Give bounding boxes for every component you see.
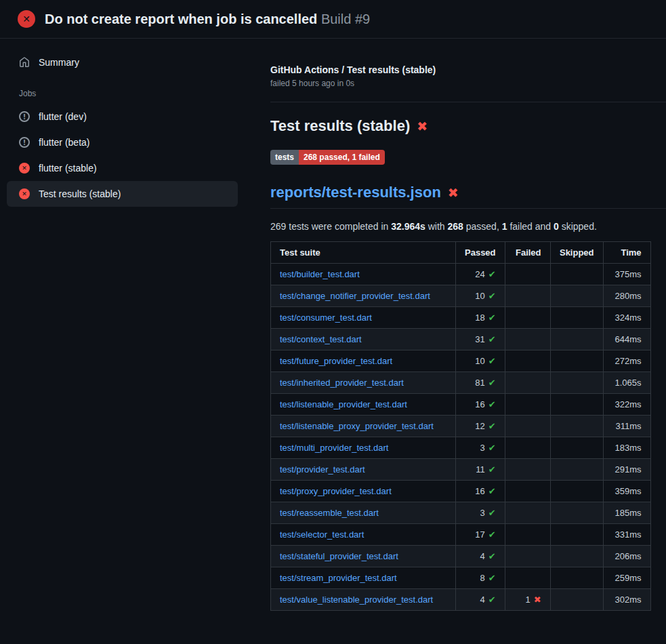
failed-cell: [505, 459, 550, 481]
suite-link[interactable]: test/stateful_provider_test.dart: [280, 551, 398, 561]
summary-failed-count: 1: [502, 221, 507, 232]
failed-cell: 1✖: [505, 589, 550, 611]
time-cell: 1.065s: [603, 372, 650, 394]
suite-link[interactable]: test/context_test.dart: [280, 334, 362, 344]
skipped-cell: [550, 524, 603, 546]
skipped-cell: [550, 481, 603, 502]
table-row: test/future_provider_test.dart10✔272ms: [271, 350, 651, 372]
suite-link[interactable]: test/value_listenable_provider_test.dart: [280, 595, 433, 605]
passed-count: 11: [476, 464, 485, 475]
passed-cell: 81✔: [456, 372, 505, 394]
passed-cell: 18✔: [456, 307, 505, 329]
suite-cell: test/stream_provider_test.dart: [271, 567, 456, 589]
passed-cell: 3✔: [456, 502, 505, 524]
sidebar-item-job[interactable]: !flutter (dev): [7, 104, 238, 129]
suite-cell: test/inherited_provider_test.dart: [271, 372, 456, 394]
suite-cell: test/future_provider_test.dart: [271, 350, 456, 372]
check-icon: ✔: [488, 356, 496, 366]
skipped-cell: [550, 307, 603, 329]
failed-cell: [505, 372, 550, 394]
suite-link[interactable]: test/consumer_test.dart: [280, 313, 372, 323]
check-icon: ✔: [488, 595, 496, 605]
skipped-cell: [550, 589, 603, 611]
failed-cell: [505, 307, 550, 329]
time-cell: 183ms: [603, 437, 650, 459]
table-row: test/consumer_test.dart18✔324ms: [271, 307, 651, 329]
alert-circle-icon: !: [19, 111, 30, 122]
sidebar-item-job[interactable]: !flutter (beta): [7, 129, 238, 155]
suite-link[interactable]: test/change_notifier_provider_test.dart: [280, 291, 430, 301]
build-number: Build #9: [321, 12, 370, 26]
table-row: test/change_notifier_provider_test.dart1…: [271, 285, 651, 307]
suite-link[interactable]: test/stream_provider_test.dart: [280, 573, 397, 583]
skipped-cell: [550, 567, 603, 589]
passed-count: 4: [480, 595, 484, 605]
table-row: test/listenable_proxy_provider_test.dart…: [271, 416, 651, 437]
column-header-passed: Passed: [456, 242, 505, 264]
report-file-link[interactable]: reports/test-results.json: [270, 184, 441, 201]
suite-link[interactable]: test/listenable_proxy_provider_test.dart: [280, 421, 434, 431]
time-cell: 206ms: [603, 546, 650, 567]
skipped-cell: [550, 394, 603, 416]
table-row: test/reassemble_test.dart3✔185ms: [271, 502, 651, 524]
suite-cell: test/context_test.dart: [271, 329, 456, 350]
suite-link[interactable]: test/future_provider_test.dart: [280, 356, 392, 366]
summary-passed-count: 268: [448, 221, 463, 232]
x-circle-fill-icon: ✕: [18, 10, 35, 28]
skipped-cell: [550, 264, 603, 285]
column-header-test-suite: Test suite: [271, 242, 456, 264]
skipped-cell: [550, 372, 603, 394]
check-icon: ✔: [488, 529, 496, 540]
check-icon: ✔: [488, 334, 496, 344]
passed-count: 12: [475, 421, 484, 431]
x-icon: ✖: [534, 595, 541, 605]
sidebar-item-job[interactable]: ✕Test results (stable): [7, 181, 238, 207]
skipped-cell: [550, 459, 603, 481]
suite-link[interactable]: test/selector_test.dart: [280, 529, 364, 540]
section-divider: [270, 102, 666, 102]
time-cell: 259ms: [603, 567, 650, 589]
suite-link[interactable]: test/reassemble_test.dart: [280, 508, 379, 518]
suite-link[interactable]: test/inherited_provider_test.dart: [280, 378, 404, 388]
time-cell: 185ms: [603, 502, 650, 524]
suite-link[interactable]: test/provider_test.dart: [280, 464, 365, 475]
suite-link[interactable]: test/builder_test.dart: [280, 269, 360, 279]
suite-cell: test/multi_provider_test.dart: [271, 437, 456, 459]
suite-link[interactable]: test/multi_provider_test.dart: [280, 443, 388, 453]
passed-count: 8: [480, 573, 484, 583]
suite-cell: test/listenable_provider_test.dart: [271, 394, 456, 416]
check-icon: ✔: [488, 551, 496, 561]
suite-link[interactable]: test/proxy_provider_test.dart: [280, 486, 392, 496]
check-title: Test results (stable) ✖: [270, 117, 666, 135]
summary-text: 269 tests were completed in: [270, 221, 391, 232]
passed-cell: 3✔: [456, 437, 505, 459]
check-icon: ✔: [488, 291, 496, 301]
suite-link[interactable]: test/listenable_provider_test.dart: [280, 399, 407, 409]
time-cell: 291ms: [603, 459, 650, 481]
skipped-cell: [550, 437, 603, 459]
skipped-cell: [550, 350, 603, 372]
column-header-time: Time: [603, 242, 650, 264]
skipped-cell: [550, 416, 603, 437]
failed-cell: [505, 524, 550, 546]
failed-cell: [505, 481, 550, 502]
sidebar-item-summary[interactable]: Summary: [7, 49, 238, 75]
suite-cell: test/builder_test.dart: [271, 264, 456, 285]
failed-cell: [505, 394, 550, 416]
table-row: test/listenable_provider_test.dart16✔322…: [271, 394, 651, 416]
column-header-failed: Failed: [505, 242, 550, 264]
passed-count: 81: [475, 378, 484, 388]
passed-cell: 4✔: [456, 589, 505, 611]
badge-value: 268 passed, 1 failed: [299, 150, 385, 165]
badge-label: tests: [270, 150, 299, 165]
check-icon: ✔: [488, 269, 496, 279]
summary-text: with: [425, 221, 448, 232]
passed-cell: 12✔: [456, 416, 505, 437]
skipped-cell: [550, 329, 603, 350]
test-results-table: Test suite Passed Failed Skipped Time te…: [270, 241, 651, 611]
job-label: flutter (dev): [39, 111, 87, 122]
sidebar-item-job[interactable]: ✕flutter (stable): [7, 155, 238, 181]
suite-cell: test/proxy_provider_test.dart: [271, 481, 456, 502]
table-row: test/builder_test.dart24✔375ms: [271, 264, 651, 285]
table-row: test/stateful_provider_test.dart4✔206ms: [271, 546, 651, 567]
